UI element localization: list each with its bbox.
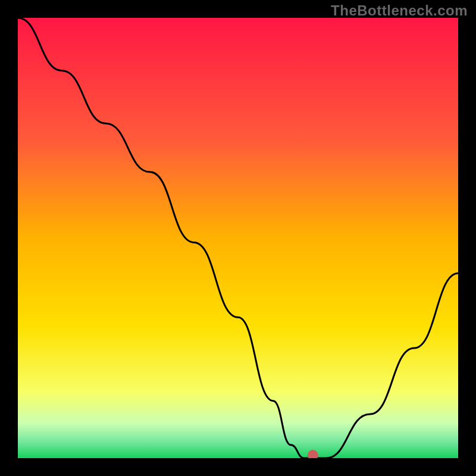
chart-frame: TheBottleneck.com [0,0,476,476]
optimal-marker [308,450,318,458]
attribution-text: TheBottleneck.com [331,2,468,19]
plot-area [18,18,458,458]
bottleneck-curve [18,18,458,458]
